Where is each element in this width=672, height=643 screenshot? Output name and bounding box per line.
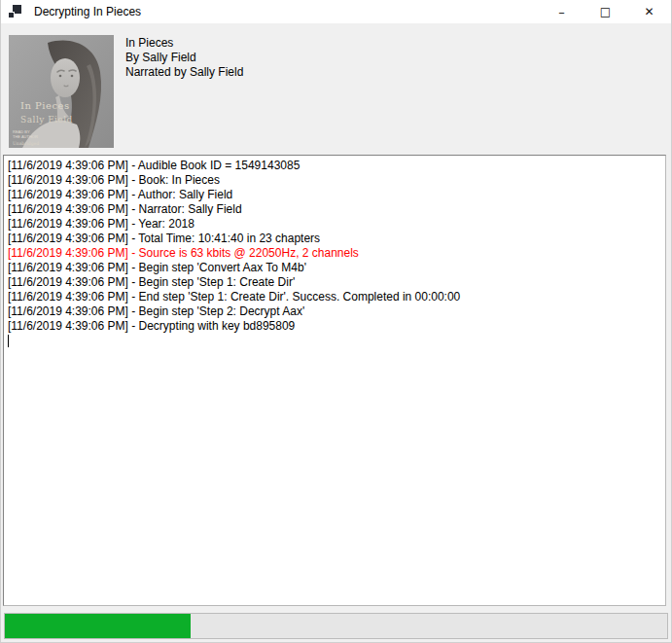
progress-bar [4, 613, 668, 639]
maximize-icon: □ [600, 6, 611, 18]
log-line: [11/6/2019 4:39:06 PM] - Source is 63 kb… [8, 246, 661, 261]
log-textbox[interactable]: [11/6/2019 4:39:06 PM] - Audible Book ID… [3, 155, 666, 606]
book-info: In Pieces By Sally Field Narrated by Sal… [125, 36, 243, 80]
book-cover-image: In Pieces Sally Field READ BY THE AUTHOR… [9, 35, 114, 148]
log-line: [11/6/2019 4:39:06 PM] - Begin step 'Con… [8, 261, 661, 275]
log-line: [11/6/2019 4:39:06 PM] - Book: In Pieces [8, 173, 661, 188]
log-line: [11/6/2019 4:39:06 PM] - Author: Sally F… [8, 188, 661, 202]
log-line: [11/6/2019 4:39:06 PM] - Narrator: Sally… [8, 202, 661, 217]
log-line: [11/6/2019 4:39:06 PM] - Total Time: 10:… [8, 232, 661, 246]
text-caret [8, 335, 9, 347]
maximize-button[interactable]: □ [584, 0, 627, 23]
log-line-text: [11/6/2019 4:39:06 PM] - Book: In Pieces [8, 173, 220, 187]
window-controls: – □ ✕ [540, 0, 671, 23]
log-line-text: [11/6/2019 4:39:06 PM] - Begin step 'Con… [8, 261, 306, 274]
log-line-text: [11/6/2019 4:39:06 PM] - Total Time: 10:… [8, 232, 320, 245]
title-bar[interactable]: Decrypting In Pieces – □ ✕ [1, 0, 671, 23]
log-line-text: [11/6/2019 4:39:06 PM] - End step 'Step … [8, 290, 460, 304]
log-line-text: [11/6/2019 4:39:06 PM] - Narrator: Sally… [8, 202, 242, 216]
minimize-icon: – [558, 6, 565, 18]
cover-readby-text-2: THE AUTHOR [13, 134, 38, 139]
log-line: [11/6/2019 4:39:06 PM] - End step 'Step … [8, 290, 661, 304]
window-title: Decrypting In Pieces [34, 5, 141, 18]
close-button[interactable]: ✕ [627, 0, 671, 23]
cover-face-shape [51, 58, 80, 97]
app-icon [9, 5, 22, 18]
book-title: In Pieces [125, 36, 243, 51]
log-line: [11/6/2019 4:39:06 PM] - Audible Book ID… [8, 159, 661, 173]
app-window: Decrypting In Pieces – □ ✕ [0, 0, 672, 643]
book-narrator: Narrated by Sally Field [125, 65, 243, 80]
minimize-button[interactable]: – [540, 0, 584, 23]
log-line-text: [11/6/2019 4:39:06 PM] - Year: 2018 [8, 217, 195, 231]
log-line: [11/6/2019 4:39:06 PM] - Begin step 'Ste… [8, 275, 661, 290]
book-author: By Sally Field [125, 51, 243, 65]
progress-fill [5, 614, 191, 638]
cover-edition-text: Unabridged [13, 141, 39, 146]
log-line: [11/6/2019 4:39:06 PM] - Decrypting with… [8, 319, 661, 334]
log-line-text: [11/6/2019 4:39:06 PM] - Audible Book ID… [8, 159, 300, 172]
close-icon: ✕ [644, 6, 654, 18]
log-line-text: [11/6/2019 4:39:06 PM] - Source is 63 kb… [8, 246, 359, 260]
log-line-text: [11/6/2019 4:39:06 PM] - Author: Sally F… [8, 188, 232, 201]
app-icon-square-small [9, 12, 15, 18]
log-line-text: [11/6/2019 4:39:06 PM] - Begin step 'Ste… [8, 275, 295, 289]
cover-author-text: Sally Field [20, 115, 73, 125]
log-line: [11/6/2019 4:39:06 PM] - Year: 2018 [8, 217, 661, 232]
log-line-text: [11/6/2019 4:39:06 PM] - Begin step 'Ste… [8, 304, 304, 318]
cover-title-text: In Pieces [20, 100, 70, 111]
log-line: [11/6/2019 4:39:06 PM] - Begin step 'Ste… [8, 304, 661, 319]
log-line-text: [11/6/2019 4:39:06 PM] - Decrypting with… [8, 319, 295, 333]
